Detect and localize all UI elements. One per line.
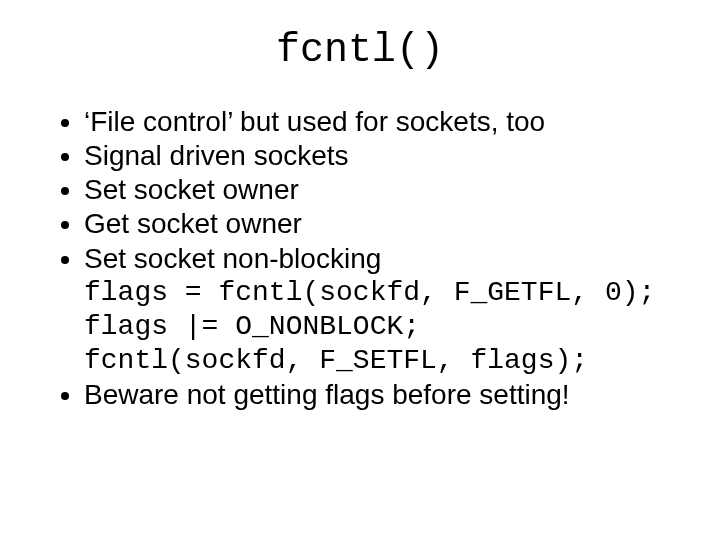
code-line: flags |= O_NONBLOCK;	[84, 311, 420, 342]
list-item: Beware not getting flags before setting!	[84, 378, 680, 412]
slide-title: fcntl()	[40, 28, 680, 73]
list-item: Set socket owner	[84, 173, 680, 207]
code-block: flags = fcntl(sockfd, F_GETFL, 0); flags…	[84, 276, 680, 378]
slide: fcntl() ‘File control’ but used for sock…	[0, 0, 720, 540]
bullet-list: ‘File control’ but used for sockets, too…	[40, 105, 680, 276]
list-item: Get socket owner	[84, 207, 680, 241]
list-item: Signal driven sockets	[84, 139, 680, 173]
bullet-list-2: Beware not getting flags before setting!	[40, 378, 680, 412]
list-item: ‘File control’ but used for sockets, too	[84, 105, 680, 139]
code-line: flags = fcntl(sockfd, F_GETFL, 0);	[84, 277, 655, 308]
list-item: Set socket non-blocking	[84, 242, 680, 276]
code-line: fcntl(sockfd, F_SETFL, flags);	[84, 345, 588, 376]
